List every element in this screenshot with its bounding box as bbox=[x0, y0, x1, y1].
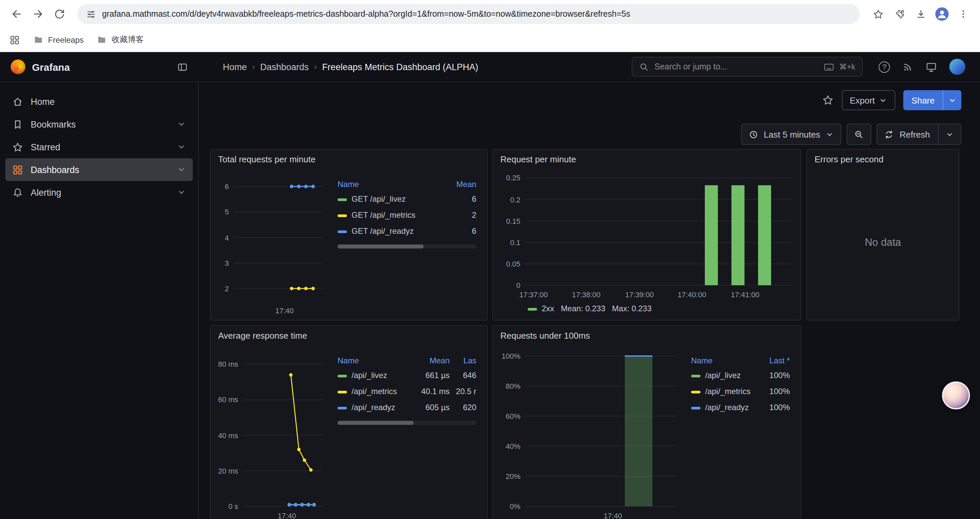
news-button[interactable] bbox=[902, 61, 913, 72]
series-name[interactable]: /api/_metrics bbox=[705, 387, 751, 396]
refresh-button[interactable]: Refresh bbox=[877, 124, 961, 145]
legend-row[interactable]: /api/_metrics 100% bbox=[689, 383, 792, 399]
series-name[interactable]: GET /api/_metrics bbox=[352, 211, 415, 220]
back-button[interactable] bbox=[7, 4, 27, 24]
share-button[interactable]: Share bbox=[904, 90, 961, 110]
reload-button[interactable] bbox=[49, 4, 69, 24]
chart-region: 6543217:40 bbox=[215, 168, 328, 316]
y-tick-label: 0 s bbox=[229, 502, 238, 510]
panel-header-avg-response[interactable]: Average response time bbox=[211, 326, 487, 345]
legend-row[interactable]: GET /api/_livez 6 bbox=[335, 191, 479, 207]
chevron-down-icon[interactable] bbox=[177, 165, 186, 174]
series-name[interactable]: /api/_livez bbox=[705, 371, 741, 380]
total-requests-chart: 6543217:40 bbox=[216, 170, 327, 315]
series-name[interactable]: /api/_metrics bbox=[352, 387, 397, 396]
series-mean: 6 bbox=[444, 223, 479, 239]
series-name[interactable]: GET /api/_readyz bbox=[352, 227, 414, 236]
share-menu-caret[interactable] bbox=[943, 90, 961, 110]
bookmark-label: Freeleaps bbox=[48, 35, 84, 45]
scrollbar-thumb[interactable] bbox=[337, 244, 424, 249]
legend-row[interactable]: /api/_metrics 40.1 ms 20.5 r bbox=[335, 383, 479, 399]
legend-header-name[interactable]: Name bbox=[335, 178, 444, 191]
bookmark-item-freeleaps[interactable]: Freeleaps bbox=[33, 35, 84, 45]
y-tick-label: 40% bbox=[506, 442, 520, 450]
legend-header-mean[interactable]: Mean bbox=[415, 354, 452, 367]
floating-assistant-avatar[interactable] bbox=[942, 382, 970, 409]
bookmark-label: 收藏博客 bbox=[112, 34, 144, 45]
chevron-down-icon[interactable] bbox=[177, 142, 186, 152]
apps-grid-icon[interactable] bbox=[10, 34, 20, 45]
kebab-menu-icon bbox=[958, 9, 969, 19]
legend-row[interactable]: GET /api/_readyz 6 bbox=[335, 223, 479, 239]
legend-row[interactable]: /api/_readyz 100% bbox=[689, 399, 792, 415]
export-button[interactable]: Export bbox=[842, 90, 895, 110]
legend-scrollbar[interactable] bbox=[337, 421, 476, 425]
sidebar-item-alerting[interactable]: Alerting bbox=[5, 181, 193, 204]
chevron-down-icon bbox=[826, 130, 834, 139]
series-name[interactable]: /api/_readyz bbox=[705, 403, 749, 412]
extensions-button[interactable] bbox=[889, 4, 909, 24]
scrollbar-thumb[interactable] bbox=[337, 421, 414, 425]
panel-errors-per-second: Errors per second No data bbox=[807, 149, 959, 321]
legend-header-name[interactable]: Name bbox=[335, 354, 415, 367]
extensions-puzzle-icon bbox=[894, 8, 905, 20]
legend-header-mean[interactable]: Mean bbox=[444, 178, 479, 191]
breadcrumb-separator: › bbox=[252, 62, 255, 72]
series-mean: 661 µs bbox=[415, 367, 452, 383]
sidebar-item-home[interactable]: Home bbox=[5, 90, 193, 113]
y-tick-label: 0.05 bbox=[506, 260, 520, 268]
sidebar-item-dashboards[interactable]: Dashboards bbox=[5, 158, 193, 181]
y-tick-label: 100% bbox=[502, 352, 520, 360]
favorite-dashboard-button[interactable] bbox=[822, 94, 834, 106]
dashboard-area: Export Share Last 5 minutes bbox=[199, 82, 980, 519]
legend-row[interactable]: GET /api/_metrics 2 bbox=[335, 207, 479, 223]
breadcrumb-dashboards[interactable]: Dashboards bbox=[260, 62, 309, 72]
address-bar[interactable]: grafana.mathmast.com/d/deytv4rwavabkb/fr… bbox=[77, 4, 860, 24]
series-name[interactable]: /api/_livez bbox=[352, 371, 387, 380]
legend-row[interactable]: /api/_readyz 605 µs 620 bbox=[335, 399, 479, 415]
star-icon bbox=[12, 141, 23, 153]
downloads-button[interactable] bbox=[911, 4, 931, 24]
profile-button[interactable] bbox=[932, 4, 952, 24]
breadcrumb-home[interactable]: Home bbox=[223, 62, 247, 72]
kiosk-mode-button[interactable] bbox=[925, 61, 937, 72]
sidebar-item-label: Alerting bbox=[31, 187, 61, 197]
series-name[interactable]: /api/_readyz bbox=[352, 403, 395, 412]
legend-header-last[interactable]: Las bbox=[452, 354, 479, 367]
legend-header-name[interactable]: Name bbox=[689, 354, 758, 367]
search-box[interactable]: ⌘+k bbox=[632, 57, 862, 77]
brand-name: Grafana bbox=[32, 61, 170, 72]
y-tick-label: 5 bbox=[225, 208, 229, 216]
search-input[interactable] bbox=[654, 62, 819, 72]
y-tick-label: 0.2 bbox=[510, 195, 520, 203]
y-tick-label: 20 ms bbox=[218, 467, 238, 475]
bookmark-page-button[interactable] bbox=[868, 4, 888, 24]
browser-menu-button[interactable] bbox=[953, 4, 973, 24]
bookmark-item-blogs[interactable]: 收藏博客 bbox=[97, 34, 144, 45]
chevron-down-icon[interactable] bbox=[177, 188, 186, 197]
series-name[interactable]: 2xx bbox=[542, 304, 554, 313]
forward-button[interactable] bbox=[28, 4, 48, 24]
panel-title-text: Errors per second bbox=[815, 154, 884, 164]
panel-header-under-100ms[interactable]: Requests under 100ms bbox=[493, 326, 800, 345]
panel-header-request-per-minute[interactable]: Request per minute bbox=[493, 150, 800, 168]
user-avatar[interactable] bbox=[949, 59, 965, 75]
legend-scrollbar[interactable] bbox=[337, 244, 476, 249]
site-settings-icon[interactable] bbox=[86, 9, 96, 19]
help-button[interactable]: ? bbox=[878, 61, 890, 72]
legend-row[interactable]: /api/_livez 661 µs 646 bbox=[335, 367, 479, 383]
time-range-picker[interactable]: Last 5 minutes bbox=[741, 124, 842, 145]
series-name[interactable]: GET /api/_livez bbox=[352, 194, 406, 204]
series-swatch bbox=[691, 407, 700, 409]
sidebar-item-starred[interactable]: Starred bbox=[5, 136, 193, 158]
zoom-out-button[interactable] bbox=[847, 124, 872, 145]
panel-header-errors[interactable]: Errors per second bbox=[807, 150, 959, 168]
legend-row[interactable]: /api/_livez 100% bbox=[689, 367, 792, 383]
dock-menu-button[interactable] bbox=[177, 61, 188, 72]
y-tick-label: 0% bbox=[510, 502, 520, 510]
sidebar-item-bookmarks[interactable]: Bookmarks bbox=[5, 113, 193, 136]
grafana-logo[interactable] bbox=[11, 59, 25, 74]
legend-header-last[interactable]: Last * bbox=[758, 354, 792, 367]
chevron-down-icon[interactable] bbox=[177, 120, 186, 129]
panel-header-total-requests[interactable]: Total requests per minute bbox=[211, 150, 487, 168]
